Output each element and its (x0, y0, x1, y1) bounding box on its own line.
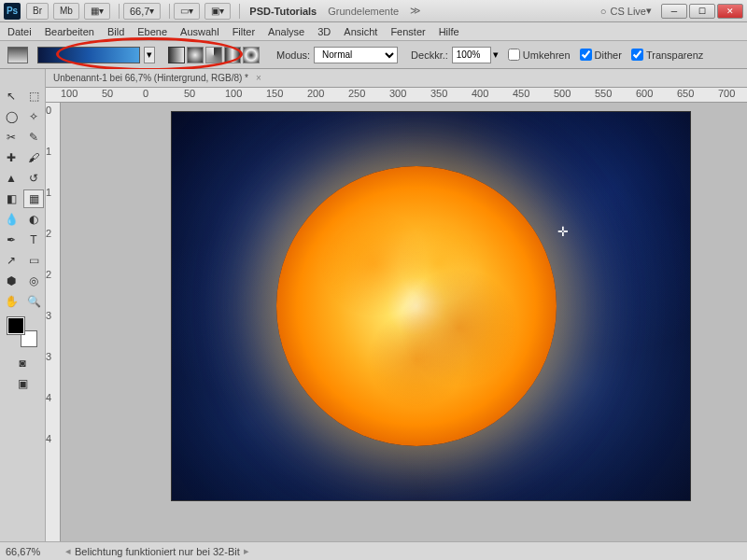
screenmode-icon[interactable]: ▣ (12, 374, 33, 393)
window-minimize-button[interactable]: ─ (661, 4, 687, 19)
bridge-button[interactable]: Br (26, 3, 49, 20)
separator (239, 4, 240, 19)
gradient-tool-icon[interactable]: ▦ (23, 189, 44, 208)
app-logo-icon: Ps (4, 3, 21, 20)
menu-bearbeiten[interactable]: Bearbeiten (45, 26, 94, 37)
menu-bild[interactable]: Bild (107, 26, 124, 37)
zoom-level-dropdown[interactable]: 66,7 ▾ (123, 3, 161, 20)
tab-close-icon[interactable]: × (256, 73, 261, 83)
sun-graphic (276, 166, 557, 446)
workspace-more-icon[interactable]: ≫ (410, 5, 421, 17)
mode-label: Modus: (276, 49, 310, 61)
transparency-checkbox[interactable]: Transparenz (631, 49, 703, 61)
ruler-vertical: 011223344 (46, 103, 61, 541)
toolbox: ↖⬚ ◯✧ ✂✎ ✚🖌 ▲↺ ◧▦ 💧◐ ✒T ↗▭ ⬢◎ ✋🔍 ◙ ▣ (0, 69, 46, 541)
ruler-horizontal: 1005005010015020025030035040045050055060… (46, 88, 747, 103)
status-zoom[interactable]: 66,67% (6, 546, 62, 557)
type-tool-icon[interactable]: T (23, 231, 44, 249)
menu-auswahl[interactable]: Auswahl (180, 26, 219, 37)
3d-tool-icon[interactable]: ⬢ (1, 272, 21, 290)
tool-preset-icon[interactable] (7, 47, 28, 63)
options-bar: ▾ Modus: Normal Deckkr.: ▾ Umkehren Dith… (0, 41, 747, 69)
history-brush-icon[interactable]: ↺ (23, 169, 44, 188)
gradient-angle-icon[interactable] (205, 47, 222, 63)
status-next-icon[interactable]: ▸ (244, 545, 249, 557)
foreground-color-swatch[interactable] (7, 317, 24, 334)
workspace-other[interactable]: Grundelemente (328, 6, 399, 17)
menu-analyse[interactable]: Analyse (268, 26, 304, 37)
stamp-tool-icon[interactable]: ▲ (1, 169, 21, 188)
separator (119, 4, 120, 19)
hand-tool-icon[interactable]: ✋ (1, 292, 21, 311)
document-title: Unbenannt-1 bei 66,7% (Hintergrund, RGB/… (53, 73, 248, 83)
menu-bar: Datei Bearbeiten Bild Ebene Auswahl Filt… (0, 22, 747, 41)
gradient-reflected-icon[interactable] (224, 47, 241, 63)
quickmask-icon[interactable]: ◙ (12, 354, 33, 372)
status-message: Belichtung funktioniert nur bei 32-Bit (75, 546, 240, 557)
document-area: Unbenannt-1 bei 66,7% (Hintergrund, RGB/… (46, 69, 747, 541)
heal-tool-icon[interactable]: ✚ (1, 148, 21, 167)
window-close-button[interactable]: ✕ (717, 4, 743, 19)
status-bar: 66,67% ◂ Belichtung funktioniert nur bei… (0, 541, 747, 560)
title-bar: Ps Br Mb ▦▾ 66,7 ▾ ▭▾ ▣▾ PSD-Tutorials G… (0, 0, 747, 22)
workspace-active[interactable]: PSD-Tutorials (249, 6, 317, 17)
gradient-linear-icon[interactable] (168, 47, 185, 63)
document-image: ✛ (172, 112, 690, 500)
arrange-button[interactable]: ▭▾ (174, 3, 200, 20)
cslive-button[interactable]: CS Live ▾ (600, 5, 652, 17)
menu-datei[interactable]: Datei (7, 26, 32, 37)
shape-tool-icon[interactable]: ▭ (23, 251, 44, 270)
document-tab[interactable]: Unbenannt-1 bei 66,7% (Hintergrund, RGB/… (46, 69, 747, 88)
gradient-dropdown-icon[interactable]: ▾ (144, 47, 155, 63)
opacity-dropdown-icon[interactable]: ▾ (493, 49, 499, 61)
reverse-checkbox[interactable]: Umkehren (508, 49, 571, 61)
zoom-tool-icon[interactable]: 🔍 (23, 292, 44, 311)
gradient-diamond-icon[interactable] (243, 47, 260, 63)
viewmode-button[interactable]: ▦▾ (84, 3, 110, 20)
path-tool-icon[interactable]: ↗ (1, 251, 21, 270)
color-swatches[interactable] (7, 317, 37, 347)
opacity-label: Deckkr.: (411, 49, 448, 61)
separator (169, 4, 170, 19)
status-prev-icon[interactable]: ◂ (65, 545, 71, 557)
pen-tool-icon[interactable]: ✒ (1, 231, 21, 249)
dither-checkbox[interactable]: Dither (580, 49, 622, 61)
screenmode-button[interactable]: ▣▾ (204, 3, 231, 20)
crosshair-cursor-icon: ✛ (557, 224, 569, 239)
gradient-picker[interactable] (37, 47, 140, 63)
3dcam-tool-icon[interactable]: ◎ (23, 272, 44, 290)
crop-tool-icon[interactable]: ✂ (1, 128, 21, 147)
window-maximize-button[interactable]: ☐ (689, 4, 715, 19)
move-tool-icon[interactable]: ↖ (1, 87, 21, 105)
menu-ebene[interactable]: Ebene (137, 26, 167, 37)
eyedropper-tool-icon[interactable]: ✎ (23, 128, 44, 147)
marquee-tool-icon[interactable]: ⬚ (23, 87, 44, 105)
blur-tool-icon[interactable]: 💧 (1, 210, 21, 229)
eraser-tool-icon[interactable]: ◧ (1, 189, 21, 208)
dodge-tool-icon[interactable]: ◐ (23, 210, 44, 229)
menu-3d[interactable]: 3D (317, 26, 331, 37)
lasso-tool-icon[interactable]: ◯ (1, 107, 21, 126)
wand-tool-icon[interactable]: ✧ (23, 107, 44, 126)
opacity-input[interactable] (452, 47, 491, 63)
menu-ansicht[interactable]: Ansicht (344, 26, 377, 37)
brush-tool-icon[interactable]: 🖌 (23, 148, 44, 167)
mode-select[interactable]: Normal (314, 47, 398, 63)
canvas[interactable]: ✛ (61, 103, 747, 541)
menu-hilfe[interactable]: Hilfe (439, 26, 459, 37)
minibridge-button[interactable]: Mb (53, 3, 79, 20)
gradient-radial-icon[interactable] (187, 47, 204, 63)
menu-filter[interactable]: Filter (233, 26, 255, 37)
menu-fenster[interactable]: Fenster (390, 26, 425, 37)
